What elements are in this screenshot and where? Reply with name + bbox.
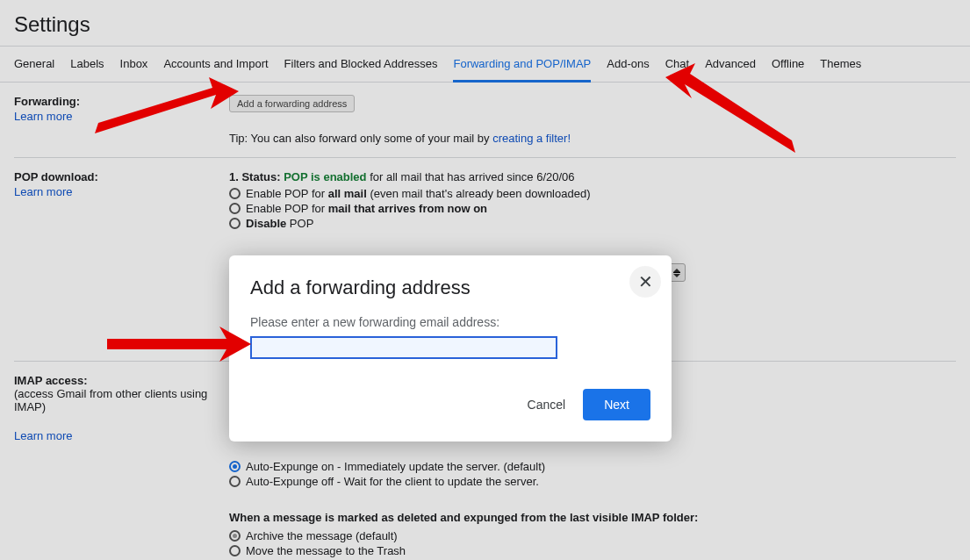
tab-advanced[interactable]: Advanced — [705, 47, 756, 82]
tab-offline[interactable]: Offline — [772, 47, 804, 82]
radio-icon — [229, 203, 241, 214]
tab-chat[interactable]: Chat — [665, 47, 689, 82]
tab-accounts-import[interactable]: Accounts and Import — [163, 47, 268, 82]
select-arrows-icon — [673, 269, 680, 277]
radio-icon — [229, 545, 241, 556]
add-forwarding-address-button[interactable]: Add a forwarding address — [229, 95, 355, 112]
pop-opt3-text-b: POP — [286, 217, 313, 230]
pop-status-enabled: POP is enabled — [284, 170, 366, 183]
tab-labels[interactable]: Labels — [70, 47, 104, 82]
radio-icon — [229, 218, 241, 229]
imap-trash-text: Move the message to the Trash — [246, 544, 406, 557]
pop-option-all-mail[interactable]: Enable POP for all mail (even mail that'… — [229, 187, 956, 200]
pop-status-line: 1. Status: POP is enabled for all mail t… — [229, 170, 956, 183]
imap-deleted-trash-option[interactable]: Move the message to the Trash — [229, 544, 956, 557]
forwarding-tip: Tip: You can also forward only some of y… — [229, 132, 956, 145]
imap-header: IMAP access: — [14, 374, 220, 387]
imap-expunge-on-text: Auto-Expunge on - Immediately update the… — [246, 460, 545, 473]
pop-status-prefix: 1. Status: — [229, 170, 284, 183]
tab-themes[interactable]: Themes — [820, 47, 861, 82]
forwarding-header: Forwarding: — [14, 95, 220, 108]
tab-filters-blocked[interactable]: Filters and Blocked Addresses — [284, 47, 438, 82]
pop-learn-more-link[interactable]: Learn more — [14, 185, 72, 198]
forwarding-email-input[interactable] — [250, 336, 557, 359]
imap-subtext: (access Gmail from other clients using I… — [14, 387, 220, 413]
dialog-prompt-label: Please enter a new forwarding email addr… — [250, 315, 650, 329]
pop-opt1-text-a: Enable POP for — [246, 187, 328, 200]
pop-header: POP download: — [14, 170, 220, 183]
radio-checked-icon — [229, 461, 241, 472]
pop-opt1-text-c: (even mail that's already been downloade… — [367, 187, 591, 200]
imap-deleted-header: When a message is marked as deleted and … — [229, 511, 698, 524]
forwarding-tip-text: Tip: You can also forward only some of y… — [229, 132, 492, 145]
pop-opt1-text-b: all mail — [328, 187, 367, 200]
add-forwarding-address-dialog: ✕ Add a forwarding address Please enter … — [229, 255, 672, 442]
tab-add-ons[interactable]: Add-ons — [607, 47, 649, 82]
pop-status-suffix: for all mail that has arrived since 6/20… — [367, 170, 575, 183]
tab-forwarding-pop-imap[interactable]: Forwarding and POP/IMAP — [453, 47, 591, 82]
imap-deleted-archive-option[interactable]: Archive the message (default) — [229, 529, 956, 542]
imap-archive-text: Archive the message (default) — [246, 529, 398, 542]
pop-opt3-text-a: Disable — [246, 217, 286, 230]
settings-tabs: General Labels Inbox Accounts and Import… — [0, 46, 970, 83]
imap-expunge-on-option[interactable]: Auto-Expunge on - Immediately update the… — [229, 460, 956, 473]
imap-expunge-off-option[interactable]: Auto-Expunge off - Wait for the client t… — [229, 475, 956, 488]
cancel-button[interactable]: Cancel — [528, 398, 566, 412]
imap-expunge-off-text: Auto-Expunge off - Wait for the client t… — [246, 475, 539, 488]
page-title: Settings — [0, 0, 970, 46]
pop-opt2-text-a: Enable POP for — [246, 202, 328, 215]
forwarding-section: Forwarding: Learn more Add a forwarding … — [14, 83, 956, 158]
radio-icon — [229, 188, 241, 199]
imap-learn-more-link[interactable]: Learn more — [14, 429, 72, 442]
dialog-close-button[interactable]: ✕ — [629, 266, 661, 298]
radio-checked-icon — [229, 530, 241, 542]
next-button[interactable]: Next — [583, 389, 650, 420]
pop-option-from-now-on[interactable]: Enable POP for mail that arrives from no… — [229, 202, 956, 215]
close-icon: ✕ — [638, 271, 653, 292]
radio-icon — [229, 476, 241, 487]
create-filter-link[interactable]: creating a filter! — [492, 132, 571, 145]
forwarding-learn-more-link[interactable]: Learn more — [14, 110, 72, 123]
tab-inbox[interactable]: Inbox — [120, 47, 148, 82]
tab-general[interactable]: General — [14, 47, 54, 82]
dialog-title: Add a forwarding address — [250, 276, 650, 299]
pop-option-disable[interactable]: Disable POP — [229, 217, 956, 230]
pop-opt2-text-b: mail that arrives from now on — [328, 202, 487, 215]
